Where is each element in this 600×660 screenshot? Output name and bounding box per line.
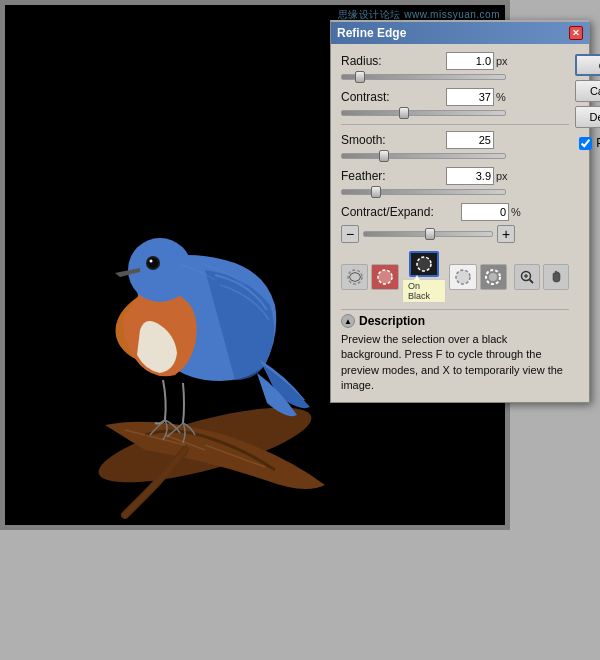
collapse-icon: ▲ [341,314,355,328]
preview-icons-row: On Black [341,251,569,303]
svg-line-14 [530,280,534,284]
plus-button[interactable]: + [497,225,515,243]
ok-button[interactable]: OK [575,54,600,76]
svg-point-5 [148,258,158,268]
preview-label: Preview [596,136,600,150]
smooth-slider-track[interactable] [341,153,506,159]
svg-point-8 [378,270,392,284]
feather-unit: px [496,170,514,182]
radius-slider-thumb[interactable] [355,71,365,83]
ce-label: Contract/Expand: [341,205,461,219]
svg-point-12 [489,273,497,281]
default-button[interactable]: Default [575,106,600,128]
preview-black-icon[interactable] [409,251,439,277]
description-text: Preview the selection over a black backg… [341,332,569,394]
ce-row: Contract/Expand: % [341,203,569,221]
dialog-titlebar: Refine Edge ✕ [331,22,589,44]
hand-tool-icon[interactable] [543,264,569,290]
contrast-slider-track[interactable] [341,110,506,116]
separator-1 [341,124,569,125]
radius-input[interactable] [446,52,494,70]
contrast-input[interactable] [446,88,494,106]
ce-slider-thumb[interactable] [425,228,435,240]
zoom-hand-tools [514,264,569,290]
preview-black-selected-wrapper: On Black [402,251,446,303]
zoom-tool-icon[interactable] [514,264,540,290]
feather-slider-thumb[interactable] [371,186,381,198]
dialog-body: Radius: px Contrast: % [331,44,589,402]
smooth-input[interactable] [446,131,494,149]
feather-slider-row [341,189,569,195]
ce-unit: % [511,206,529,218]
radius-unit: px [496,55,514,67]
right-buttons-col: OK Cancel Default Preview [575,52,600,394]
ce-slider-track[interactable] [363,231,493,237]
minus-button[interactable]: − [341,225,359,243]
description-label: Description [359,314,425,328]
radius-slider-track[interactable] [341,74,506,80]
refine-edge-dialog: Refine Edge ✕ Radius: px Cont [330,20,590,403]
preview-red-overlay-icon[interactable] [371,264,398,290]
contrast-slider-thumb[interactable] [399,107,409,119]
svg-point-9 [417,257,431,271]
dialog-close-button[interactable]: ✕ [569,26,583,40]
controls-column: Radius: px Contrast: % [341,52,569,394]
preview-mask-icon[interactable] [480,264,507,290]
preview-standard-icon[interactable] [341,264,368,290]
description-section: ▲ Description Preview the selection over… [341,309,569,394]
radius-row: Radius: px [341,52,569,70]
preview-checkbox[interactable] [579,137,592,150]
feather-label: Feather: [341,169,446,183]
contrast-label: Contrast: [341,90,446,104]
smooth-slider-row [341,153,569,159]
svg-point-10 [456,270,470,284]
dialog-title: Refine Edge [337,26,406,40]
radius-label: Radius: [341,54,446,68]
smooth-slider-thumb[interactable] [379,150,389,162]
feather-input[interactable] [446,167,494,185]
preview-white-icon[interactable] [449,264,476,290]
feather-slider-track[interactable] [341,189,506,195]
feather-row: Feather: px [341,167,569,185]
on-black-badge: On Black [402,279,446,303]
radius-slider-row [341,74,569,80]
contrast-unit: % [496,91,514,103]
ce-input[interactable] [461,203,509,221]
description-header[interactable]: ▲ Description [341,314,569,328]
smooth-label: Smooth: [341,133,446,147]
contrast-row: Contrast: % [341,88,569,106]
cancel-button[interactable]: Cancel [575,80,600,102]
ce-slider-row: − + [341,225,569,243]
contrast-slider-row [341,110,569,116]
smooth-row: Smooth: [341,131,569,149]
svg-point-6 [150,260,153,263]
preview-checkbox-row: Preview [579,136,600,150]
